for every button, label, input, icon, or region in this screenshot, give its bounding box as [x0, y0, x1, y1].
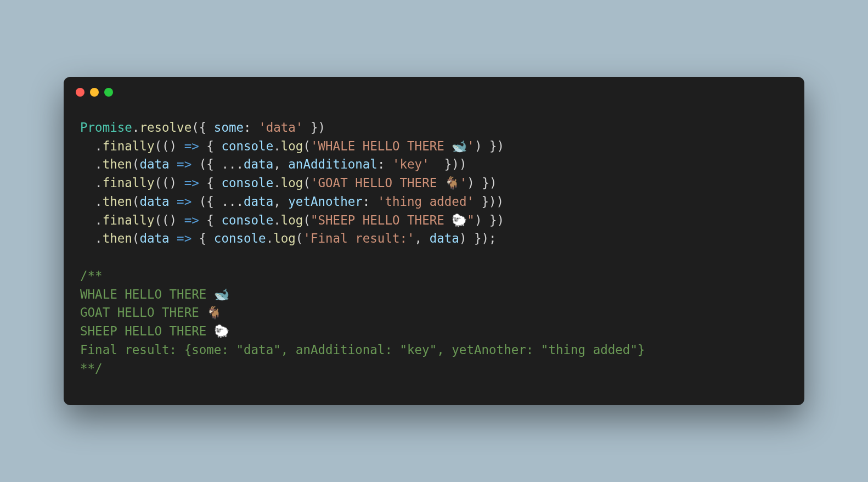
- code-line: .finally(() => { console.log('WHALE HELL…: [80, 137, 788, 156]
- code-token: 'Final result:': [303, 231, 414, 245]
- code-token: some: [214, 120, 244, 134]
- code-token: ((): [154, 176, 184, 190]
- code-token: 'key': [392, 157, 430, 171]
- code-token: then: [103, 157, 132, 171]
- code-token: [170, 231, 177, 245]
- code-token: ) }): [475, 213, 504, 227]
- code-token: ({: [191, 120, 214, 134]
- code-token: console: [221, 139, 273, 153]
- code-token: :: [377, 157, 392, 171]
- code-token: ) });: [459, 231, 497, 245]
- code-token: data: [139, 157, 169, 171]
- code-token: .: [80, 213, 103, 227]
- code-token: yetAnother: [288, 194, 362, 209]
- code-token: {: [199, 139, 222, 153]
- code-token: data: [430, 231, 459, 245]
- code-line: GOAT HELLO THERE 🐐: [80, 304, 788, 322]
- code-token: resolve: [139, 120, 191, 134]
- code-line: /**: [80, 267, 788, 285]
- code-token: console: [214, 231, 266, 245]
- code-token: 'WHALE HELLO THERE 🐋': [311, 139, 475, 153]
- code-token: ,: [273, 194, 288, 209]
- code-token: [170, 157, 177, 171]
- code-token: ((): [154, 213, 184, 227]
- code-token: (: [132, 157, 140, 171]
- code-token: **/: [80, 361, 103, 375]
- window-minimize-button[interactable]: [90, 88, 99, 97]
- code-window: Promise.resolve({ some: 'data' }) .final…: [64, 77, 804, 406]
- code-token: data: [139, 231, 169, 245]
- code-line: SHEEP HELLO THERE 🐑: [80, 322, 788, 341]
- code-token: finally: [103, 139, 155, 153]
- code-line: .then(data => ({ ...data, yetAnother: 't…: [80, 193, 788, 211]
- code-token: .: [273, 213, 281, 227]
- code-token: ({ ...: [191, 194, 244, 209]
- code-token: {: [199, 176, 222, 190]
- code-token: .: [80, 194, 103, 209]
- code-line: .then(data => ({ ...data, anAdditional: …: [80, 155, 788, 174]
- code-token: .: [132, 120, 140, 134]
- code-token: log: [281, 213, 303, 227]
- code-line: **/: [80, 360, 788, 378]
- code-token: GOAT HELLO THERE 🐐: [80, 305, 222, 320]
- code-token: 'GOAT HELLO THERE 🐐': [311, 176, 467, 190]
- code-token: finally: [103, 176, 155, 190]
- code-token: then: [103, 231, 132, 245]
- code-token: ) }): [467, 176, 497, 190]
- code-token: .: [80, 231, 103, 245]
- code-line: Final result: {some: "data", anAdditiona…: [80, 341, 788, 360]
- code-token: }): [303, 120, 325, 134]
- code-token: (: [303, 213, 311, 227]
- code-line: WHALE HELLO THERE 🐋: [80, 285, 788, 304]
- window-close-button[interactable]: [76, 88, 84, 97]
- code-token: log: [281, 176, 303, 190]
- code-token: anAdditional: [288, 157, 377, 171]
- code-token: =>: [177, 194, 191, 209]
- code-token: ,: [415, 231, 430, 245]
- code-line: Promise.resolve({ some: 'data' }): [80, 119, 788, 137]
- code-token: log: [281, 139, 303, 153]
- code-line: .then(data => { console.log('Final resul…: [80, 229, 788, 248]
- code-token: =>: [177, 231, 191, 245]
- code-content: Promise.resolve({ some: 'data' }) .final…: [64, 102, 804, 406]
- code-token: (: [303, 176, 311, 190]
- window-titlebar: [64, 77, 804, 102]
- code-token: data: [139, 194, 169, 209]
- code-token: .: [273, 139, 281, 153]
- code-token: data: [244, 194, 273, 209]
- code-token: (: [132, 194, 140, 209]
- code-token: .: [273, 176, 281, 190]
- code-token: ,: [273, 157, 288, 171]
- code-token: ) }): [475, 139, 504, 153]
- window-maximize-button[interactable]: [104, 88, 113, 97]
- code-token: console: [221, 213, 273, 227]
- code-token: /**: [80, 268, 103, 283]
- code-token: 'thing added': [377, 194, 474, 209]
- code-token: data: [244, 157, 273, 171]
- code-token: log: [273, 231, 296, 245]
- code-token: Final result: {some: "data", anAdditiona…: [80, 343, 645, 357]
- code-token: {: [191, 231, 214, 245]
- code-token: console: [221, 176, 273, 190]
- code-token: =>: [177, 157, 191, 171]
- code-token: =>: [184, 139, 199, 153]
- code-token: [170, 194, 177, 209]
- code-token: finally: [103, 213, 155, 227]
- code-token: =>: [184, 213, 199, 227]
- code-token: 'data': [258, 120, 303, 134]
- code-token: then: [103, 194, 132, 209]
- code-token: (: [296, 231, 303, 245]
- code-token: .: [80, 176, 103, 190]
- code-token: })): [474, 194, 504, 209]
- code-line: .finally(() => { console.log("SHEEP HELL…: [80, 211, 788, 230]
- code-token: =>: [184, 176, 199, 190]
- code-token: SHEEP HELLO THERE 🐑: [80, 324, 229, 338]
- code-token: WHALE HELLO THERE 🐋: [80, 287, 229, 301]
- code-token: .: [80, 157, 103, 171]
- code-token: .: [80, 139, 103, 153]
- code-token: (: [303, 139, 311, 153]
- code-token: {: [199, 213, 222, 227]
- code-token: "SHEEP HELLO THERE 🐑": [311, 213, 475, 227]
- code-token: ((): [154, 139, 184, 153]
- code-token: :: [244, 120, 258, 134]
